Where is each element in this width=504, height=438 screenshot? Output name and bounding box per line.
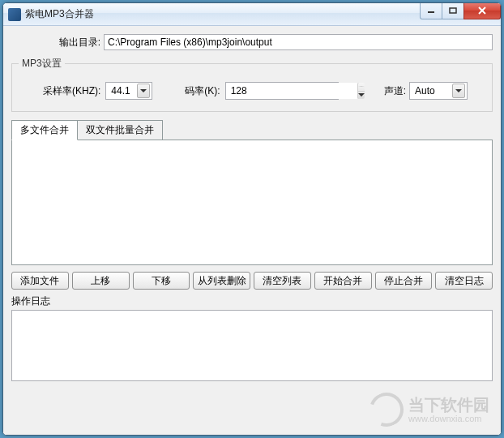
remove-from-list-button[interactable]: 从列表删除	[193, 272, 250, 290]
client-area: 输出目录: MP3设置 采样率(KHZ): 44.1 码率(K):	[3, 26, 501, 435]
titlebar[interactable]: 紫电MP3合并器	[3, 3, 501, 26]
clear-log-button[interactable]: 清空日志	[435, 272, 493, 290]
samplerate-combo[interactable]: 44.1	[105, 82, 152, 100]
app-window: 紫电MP3合并器 输出目录: MP3设置 采样率(KHZ): 44.1	[2, 2, 502, 436]
channel-value: Auto	[415, 85, 452, 97]
output-dir-label: 输出目录:	[11, 36, 100, 49]
tab-multi-merge[interactable]: 多文件合并	[11, 120, 78, 140]
tab-strip: 多文件合并 双文件批量合并	[11, 120, 493, 140]
add-file-button[interactable]: 添加文件	[11, 272, 69, 290]
window-title: 紫电MP3合并器	[25, 7, 421, 21]
maximize-button[interactable]	[442, 3, 464, 19]
output-dir-input[interactable]	[104, 34, 493, 50]
move-up-button[interactable]: 上移	[72, 272, 130, 290]
channel-label: 声道:	[384, 84, 406, 98]
bitrate-input[interactable]	[226, 83, 357, 99]
bitrate-spin-buttons[interactable]	[357, 83, 365, 99]
tab-dual-batch-merge[interactable]: 双文件批量合并	[77, 120, 163, 140]
log-label: 操作日志	[11, 294, 493, 308]
mp3-settings-group: MP3设置 采样率(KHZ): 44.1 码率(K): 声道:	[11, 57, 493, 112]
spin-down-icon[interactable]	[358, 92, 365, 100]
move-down-button[interactable]: 下移	[133, 272, 190, 290]
svg-rect-1	[450, 8, 456, 13]
button-row: 添加文件 上移 下移 从列表删除 清空列表 开始合并 停止合并 清空日志	[11, 272, 493, 290]
log-textarea[interactable]	[11, 310, 493, 381]
file-list-panel[interactable]	[11, 140, 493, 265]
mp3-settings-legend: MP3设置	[19, 57, 65, 71]
chevron-down-icon	[137, 84, 150, 98]
channel-combo[interactable]: Auto	[409, 82, 468, 100]
samplerate-value: 44.1	[111, 85, 137, 97]
spin-up-icon[interactable]	[358, 83, 365, 92]
chevron-down-icon	[452, 84, 465, 98]
bitrate-label: 码率(K):	[185, 84, 220, 98]
app-icon	[8, 8, 21, 21]
clear-list-button[interactable]: 清空列表	[254, 272, 311, 290]
start-merge-button[interactable]: 开始合并	[314, 272, 372, 290]
stop-merge-button[interactable]: 停止合并	[375, 272, 433, 290]
bitrate-spinner[interactable]	[225, 82, 339, 100]
close-button[interactable]	[463, 3, 501, 19]
minimize-button[interactable]	[420, 3, 442, 19]
samplerate-label: 采样率(KHZ):	[43, 84, 100, 98]
